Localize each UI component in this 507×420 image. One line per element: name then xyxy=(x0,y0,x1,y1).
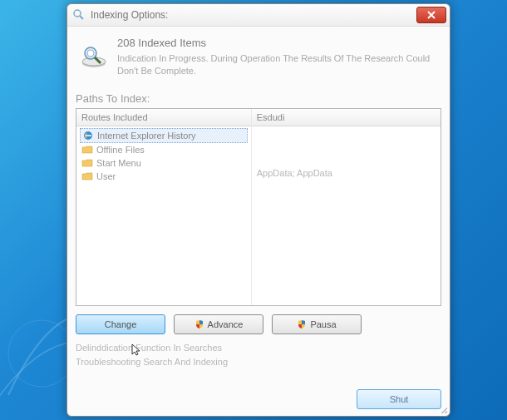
pause-button[interactable]: Pausa xyxy=(272,314,362,334)
change-button-label: Change xyxy=(105,319,137,329)
column-header-exclude[interactable]: Esdudi xyxy=(252,109,441,126)
list-item-label: User xyxy=(96,171,116,181)
locations-listview[interactable]: Routes Included Internet Explorer Histor… xyxy=(76,108,441,306)
advanced-button[interactable]: Advance xyxy=(174,314,263,334)
list-item[interactable]: Internet Explorer History xyxy=(80,128,248,143)
indexing-options-dialog: Indexing Options: 208 Indexed Items Indi… xyxy=(66,3,450,417)
svg-point-8 xyxy=(87,50,94,57)
indexing-icon xyxy=(79,42,109,72)
svg-line-2 xyxy=(80,16,83,19)
window-title: Indexing Options: xyxy=(91,9,168,21)
folder-icon xyxy=(81,170,93,182)
close-icon xyxy=(427,11,436,19)
svg-point-1 xyxy=(74,10,81,17)
titlebar[interactable]: Indexing Options: xyxy=(67,4,450,27)
section-label: Paths To Index: xyxy=(76,92,441,105)
folder-icon xyxy=(81,157,93,169)
resize-grip[interactable] xyxy=(439,405,447,413)
shut-button-label: Shut xyxy=(390,394,409,404)
ie-icon xyxy=(82,130,94,141)
dialog-content: 208 Indexed Items Indication In Progress… xyxy=(67,27,450,375)
indexing-status: Indication In Progress. During Operation… xyxy=(117,52,438,77)
shut-button[interactable]: Shut xyxy=(357,389,441,409)
advanced-button-label: Advance xyxy=(208,319,244,329)
link-troubleshoot[interactable]: Troubleshooting Search And Indexing xyxy=(76,355,441,370)
close-button[interactable] xyxy=(416,7,446,23)
pause-button-label: Pausa xyxy=(310,319,336,329)
list-item-label: Offline Files xyxy=(96,145,145,155)
list-item-label: Start Menu xyxy=(96,158,141,168)
list-item[interactable]: User xyxy=(80,170,248,183)
link-disable-indexing[interactable]: Delinddication Function In Searches xyxy=(76,341,441,356)
exclude-value: AppData; AppData xyxy=(252,126,441,178)
shield-icon xyxy=(297,319,307,329)
magnifier-icon xyxy=(72,8,86,22)
list-item[interactable]: Offline Files xyxy=(80,143,248,156)
indexed-count: 208 Indexed Items xyxy=(117,37,438,49)
column-header-included[interactable]: Routes Included xyxy=(76,109,251,126)
change-button[interactable]: Change xyxy=(76,314,165,334)
folder-icon xyxy=(81,144,93,156)
list-item[interactable]: Start Menu xyxy=(80,156,248,170)
list-item-label: Internet Explorer History xyxy=(97,131,196,141)
shield-icon xyxy=(194,319,204,329)
